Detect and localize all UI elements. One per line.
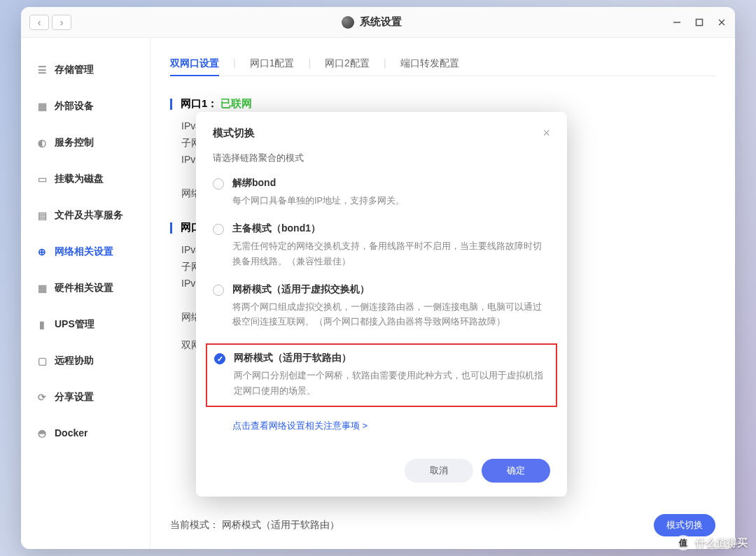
- radio-unbind-bond[interactable]: 解绑bond 每个网口具备单独的IP地址，支持多网关。: [213, 177, 550, 208]
- tab-forward[interactable]: 端口转发配置: [400, 52, 459, 76]
- tab-port2[interactable]: 网口2配置: [325, 52, 370, 76]
- radio-title: 网桥模式（适用于虚拟交换机）: [232, 283, 550, 296]
- globe-icon: ⊕: [36, 247, 48, 257]
- window-title-text: 系统设置: [360, 15, 402, 29]
- sidebar-item-label: 网络相关设置: [55, 245, 113, 258]
- toggle-icon: ◐: [36, 138, 48, 148]
- radio-title: 主备模式（bond1）: [232, 222, 550, 235]
- tab-separator: |: [233, 52, 236, 76]
- current-mode-label: 当前模式：: [170, 519, 219, 530]
- sidebar-item-ups[interactable]: ▮UPS管理: [21, 306, 150, 343]
- modal-close-button[interactable]: ×: [542, 126, 550, 141]
- sidebar-item-label: 文件及共享服务: [55, 209, 123, 222]
- section-port1-title: 网口1： 已联网: [170, 97, 715, 111]
- modal-title: 模式切换: [213, 127, 255, 140]
- sidebar-item-network[interactable]: ⊕网络相关设置: [21, 234, 150, 270]
- nav-back-button[interactable]: ‹: [29, 15, 49, 30]
- tab-separator: |: [308, 52, 311, 76]
- modal-footer: 取消 确定: [213, 459, 550, 483]
- title-bar: ‹ › 系统设置: [21, 7, 735, 38]
- sidebar-item-share[interactable]: ▤文件及共享服务: [21, 197, 150, 234]
- sidebar-item-label: 挂载为磁盘: [55, 173, 104, 185]
- radio-icon: [213, 178, 224, 190]
- usb-icon: ▦: [36, 101, 48, 111]
- radio-content: 主备模式（bond1） 无需任何特定的网络交换机支持，备用线路平时不启用，当主要…: [232, 222, 550, 269]
- sidebar-item-sharing[interactable]: ⟳分享设置: [21, 379, 150, 415]
- bottom-bar: 当前模式： 网桥模式（适用于软路由） 模式切换: [170, 514, 715, 536]
- docker-icon: ◓: [36, 428, 48, 438]
- radio-icon: [213, 285, 224, 296]
- radio-desc: 将两个网口组成虚拟交换机，一侧连接路由器，一侧连接电脑，电脑可以通过极空间连接互…: [232, 300, 550, 330]
- watermark-text: 什么值得买: [695, 536, 748, 550]
- disk-icon: ☰: [36, 65, 48, 75]
- share-icon: ⟳: [36, 392, 48, 402]
- sidebar-item-label: Docker: [55, 427, 88, 439]
- tabs: 双网口设置 | 网口1配置 | 网口2配置 | 端口转发配置: [170, 52, 715, 76]
- mode-switch-modal: 模式切换 × 请选择链路聚合的模式 解绑bond 每个网口具备单独的IP地址，支…: [196, 112, 567, 497]
- modal-header: 模式切换 ×: [213, 126, 550, 141]
- screen-icon: ▢: [36, 356, 48, 366]
- minimize-button[interactable]: [672, 17, 682, 27]
- sidebar-item-label: 存储管理: [55, 64, 94, 76]
- tab-label: 网口2配置: [325, 57, 370, 69]
- close-button[interactable]: [717, 17, 727, 27]
- maximize-button[interactable]: [694, 17, 704, 27]
- radio-desc: 每个网口具备单独的IP地址，支持多网关。: [232, 194, 550, 208]
- sidebar-item-hardware[interactable]: ▦硬件相关设置: [21, 270, 150, 306]
- sidebar-item-label: 分享设置: [55, 391, 94, 404]
- radio-icon: [213, 224, 224, 235]
- current-mode: 当前模式： 网桥模式（适用于软路由）: [170, 519, 340, 532]
- close-icon: ×: [542, 126, 550, 140]
- battery-icon: ▮: [36, 320, 48, 329]
- watermark: 值 什么值得买: [676, 535, 748, 550]
- tab-label: 端口转发配置: [400, 57, 459, 69]
- window-title: 系统设置: [342, 15, 402, 29]
- radio-group: 解绑bond 每个网口具备单独的IP地址，支持多网关。 主备模式（bond1） …: [213, 177, 550, 407]
- tab-label: 网口1配置: [250, 57, 295, 69]
- radio-bridge-vswitch[interactable]: 网桥模式（适用于虚拟交换机） 将两个网口组成虚拟交换机，一侧连接路由器，一侧连接…: [213, 283, 550, 330]
- grid-icon: ▦: [36, 283, 48, 293]
- radio-content: 网桥模式（适用于软路由） 两个网口分别创建一个网桥，软路由需要使用此种方式，也可…: [234, 352, 549, 399]
- modal-subtitle: 请选择链路聚合的模式: [213, 152, 550, 164]
- radio-content: 解绑bond 每个网口具备单独的IP地址，支持多网关。: [232, 177, 550, 208]
- sidebar-item-external[interactable]: ▦外部设备: [21, 88, 150, 124]
- mode-switch-button[interactable]: 模式切换: [654, 514, 715, 536]
- sidebar-item-storage[interactable]: ☰存储管理: [21, 52, 150, 88]
- app-icon: [342, 16, 354, 29]
- ok-button[interactable]: 确定: [482, 459, 550, 483]
- radio-bridge-softroute[interactable]: 网桥模式（适用于软路由） 两个网口分别创建一个网桥，软路由需要使用此种方式，也可…: [214, 352, 549, 399]
- section-title-text: 网口1：: [181, 97, 218, 111]
- current-mode-value: 网桥模式（适用于软路由）: [222, 519, 340, 530]
- sidebar-item-remote[interactable]: ▢远程协助: [21, 343, 150, 379]
- chevron-right-icon: ›: [60, 17, 64, 28]
- tab-separator: |: [384, 52, 386, 76]
- modal-help-link[interactable]: 点击查看网络设置相关注意事项 >: [232, 420, 550, 432]
- sidebar-item-service[interactable]: ◐服务控制: [21, 124, 150, 161]
- cancel-button[interactable]: 取消: [405, 459, 473, 483]
- sidebar-item-label: 服务控制: [55, 136, 94, 149]
- sidebar: ☰存储管理 ▦外部设备 ◐服务控制 ▭挂载为磁盘 ▤文件及共享服务 ⊕网络相关设…: [21, 38, 150, 549]
- window-controls: [672, 17, 727, 27]
- radio-bond1[interactable]: 主备模式（bond1） 无需任何特定的网络交换机支持，备用线路平时不启用，当主要…: [213, 222, 550, 269]
- tab-dual-port[interactable]: 双网口设置: [170, 52, 219, 76]
- svg-rect-1: [696, 19, 703, 25]
- radio-content: 网桥模式（适用于虚拟交换机） 将两个网口组成虚拟交换机，一侧连接路由器，一侧连接…: [232, 283, 550, 330]
- sidebar-item-label: 远程协助: [55, 355, 94, 367]
- sidebar-item-docker[interactable]: ◓Docker: [21, 415, 150, 450]
- radio-title: 网桥模式（适用于软路由）: [234, 352, 549, 364]
- sidebar-item-mount[interactable]: ▭挂载为磁盘: [21, 161, 150, 197]
- sidebar-item-label: 外部设备: [55, 100, 94, 113]
- nav-buttons: ‹ ›: [29, 15, 71, 30]
- status-connected: 已联网: [220, 97, 252, 111]
- highlight-box: 网桥模式（适用于软路由） 两个网口分别创建一个网桥，软路由需要使用此种方式，也可…: [206, 343, 557, 407]
- chevron-left-icon: ‹: [38, 17, 41, 28]
- tab-label: 双网口设置: [170, 57, 219, 69]
- nav-forward-button[interactable]: ›: [52, 15, 71, 30]
- radio-title: 解绑bond: [232, 177, 550, 190]
- sidebar-item-label: 硬件相关设置: [55, 282, 113, 294]
- tab-port1[interactable]: 网口1配置: [250, 52, 295, 76]
- radio-desc: 无需任何特定的网络交换机支持，备用线路平时不启用，当主要线路故障时切换备用线路。…: [232, 239, 550, 269]
- watermark-icon: 值: [676, 535, 691, 550]
- sidebar-item-label: UPS管理: [55, 318, 94, 331]
- radio-icon-checked: [214, 353, 225, 364]
